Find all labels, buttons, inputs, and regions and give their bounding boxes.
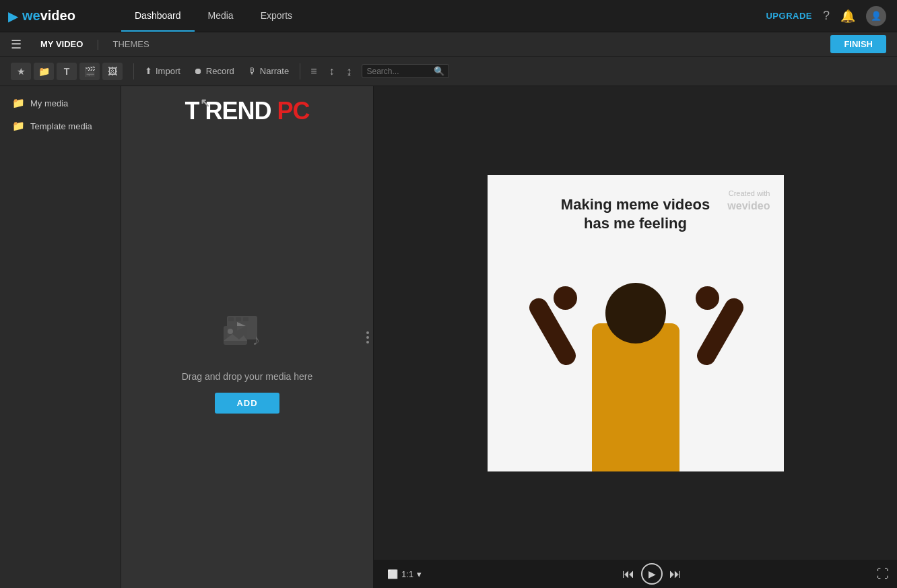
search-icon: 🔍 bbox=[434, 66, 444, 76]
user-avatar[interactable]: 👤 bbox=[866, 6, 886, 26]
tab-text-t[interactable]: T bbox=[57, 63, 77, 80]
dot-1 bbox=[366, 331, 369, 334]
toolbar: ★ 📁 T 🎬 🖼 ⬆ Import ⏺ Record 🎙 Narrate ≡ … bbox=[0, 57, 897, 86]
themes-button[interactable]: THEMES bbox=[113, 39, 150, 49]
media-drop-icon: ♪ bbox=[220, 306, 274, 363]
nav-right-area: UPGRADE ? 🔔 👤 bbox=[766, 6, 897, 26]
template-media-folder-icon: 📁 bbox=[12, 120, 25, 132]
top-navigation: ▶ wevideo Dashboard Media Exports UPGRAD… bbox=[0, 0, 897, 32]
fullscreen-button[interactable]: ⛶ bbox=[877, 567, 889, 581]
svg-rect-1 bbox=[228, 317, 234, 321]
tab-image[interactable]: 🖼 bbox=[102, 63, 123, 80]
nav-tab-exports[interactable]: Exports bbox=[247, 0, 306, 32]
trend-logo-pc: PC bbox=[277, 97, 310, 125]
sep-1 bbox=[133, 63, 134, 79]
tab-folder[interactable]: 📁 bbox=[34, 63, 54, 80]
nav-tab-media[interactable]: Media bbox=[195, 0, 247, 32]
watermark-line1: Created with bbox=[727, 189, 770, 199]
notifications-icon[interactable]: 🔔 bbox=[840, 9, 855, 24]
record-icon: ⏺ bbox=[194, 66, 203, 76]
svg-rect-2 bbox=[236, 317, 241, 321]
brand-logo-area: T ↖REND PC bbox=[121, 86, 373, 131]
tab-film[interactable]: 🎬 bbox=[79, 63, 100, 80]
search-box: 🔍 bbox=[362, 64, 449, 78]
import-icon: ⬆ bbox=[145, 66, 152, 76]
hamburger-icon[interactable]: ☰ bbox=[11, 37, 22, 52]
microphone-icon: 🎙 bbox=[248, 66, 257, 76]
search-input[interactable] bbox=[366, 67, 434, 76]
logo-area: ▶ wevideo bbox=[0, 8, 121, 24]
drop-area: ♪ Drag and drop your media here ADD bbox=[168, 131, 327, 588]
record-button[interactable]: ⏺ Record bbox=[189, 63, 240, 79]
filter-list-icon[interactable]: ≡ bbox=[306, 63, 321, 80]
chevron-down-icon: ▾ bbox=[417, 569, 422, 579]
wevideo-logo-icon: ▶ bbox=[8, 8, 18, 24]
left-panel-template-media[interactable]: 📁 Template media bbox=[3, 115, 118, 137]
play-button[interactable]: ▶ bbox=[641, 563, 663, 585]
nav-tab-dashboard[interactable]: Dashboard bbox=[121, 0, 195, 32]
panel-dots-menu[interactable] bbox=[366, 331, 369, 344]
skip-forward-button[interactable]: ⏭ bbox=[669, 567, 682, 581]
playback-controls: ⏮ ▶ ⏭ bbox=[622, 563, 682, 585]
project-name[interactable]: MY VIDEO bbox=[40, 39, 83, 49]
template-media-label: Template media bbox=[30, 121, 92, 131]
tab-favorites[interactable]: ★ bbox=[11, 63, 31, 80]
preview-panel: Making meme videoshas me feeling Created… bbox=[374, 86, 897, 588]
my-media-label: My media bbox=[30, 98, 68, 108]
my-media-folder-icon: 📁 bbox=[12, 97, 25, 109]
skip-back-button[interactable]: ⏮ bbox=[622, 567, 634, 581]
left-panel: 📁 My media 📁 Template media bbox=[0, 86, 121, 588]
dot-3 bbox=[366, 341, 369, 344]
cursor-icon: ↖ bbox=[200, 96, 209, 110]
main-nav-tabs: Dashboard Media Exports bbox=[121, 0, 306, 32]
add-media-button[interactable]: ADD bbox=[215, 393, 279, 414]
preview-watermark: Created with wevideo bbox=[727, 189, 770, 214]
drop-area-text: Drag and drop your media here bbox=[182, 371, 313, 382]
media-type-tabs: ★ 📁 T 🎬 🖼 bbox=[5, 59, 128, 84]
left-panel-my-media[interactable]: 📁 My media bbox=[3, 92, 118, 114]
import-button[interactable]: ⬆ Import bbox=[139, 63, 186, 79]
aspect-ratio-label: 1:1 bbox=[401, 569, 413, 579]
main-area: 📁 My media 📁 Template media T ↖REND PC bbox=[0, 86, 897, 588]
trend-logo-t: T bbox=[185, 97, 199, 125]
svg-rect-7 bbox=[224, 326, 247, 345]
secondary-nav: ☰ MY VIDEO | THEMES FINISH bbox=[0, 32, 897, 57]
preview-video: Making meme videoshas me feeling Created… bbox=[488, 175, 784, 471]
sep-2 bbox=[300, 63, 300, 79]
svg-point-8 bbox=[228, 329, 233, 334]
narrate-button[interactable]: 🎙 Narrate bbox=[242, 63, 294, 79]
preview-area: Making meme videoshas me feeling Created… bbox=[374, 86, 897, 560]
dot-2 bbox=[366, 336, 369, 339]
finish-button[interactable]: FINISH bbox=[830, 35, 886, 53]
help-icon[interactable]: ? bbox=[823, 9, 830, 23]
svg-rect-3 bbox=[243, 317, 248, 321]
media-panel: T ↖REND PC bbox=[121, 86, 374, 588]
filter-sort-icon[interactable]: ↕ bbox=[324, 63, 339, 80]
square-icon: ⬜ bbox=[387, 569, 398, 579]
trend-pc-logo: T ↖REND PC bbox=[185, 97, 309, 125]
svg-text:♪: ♪ bbox=[253, 331, 260, 348]
watermark-line2: wevideo bbox=[727, 199, 770, 214]
wevideo-logo-text: wevideo bbox=[22, 8, 75, 24]
upgrade-button[interactable]: UPGRADE bbox=[766, 11, 812, 21]
preview-bottom-bar: ⬜ 1:1 ▾ ⏮ ▶ ⏭ ⛶ bbox=[374, 560, 897, 588]
aspect-ratio-button[interactable]: ⬜ 1:1 ▾ bbox=[382, 566, 427, 582]
filter-grid-icon[interactable]: ↨ bbox=[341, 63, 356, 80]
